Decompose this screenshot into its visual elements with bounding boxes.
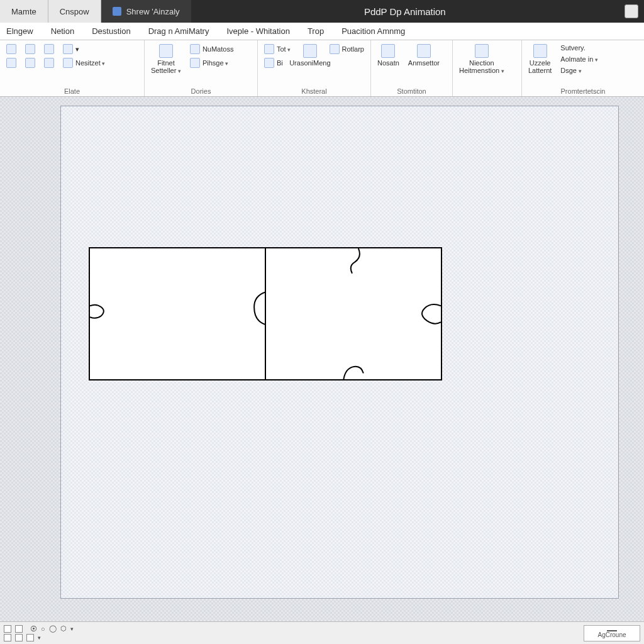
- ribbon-tab-2[interactable]: Destustion: [92, 26, 130, 36]
- puzzle-icon: [533, 44, 547, 58]
- list-icon: [63, 44, 73, 54]
- app-icon: [113, 7, 121, 16]
- status-icon-1[interactable]: [4, 625, 11, 633]
- page-icon: [190, 58, 200, 68]
- ribbon-tab-4[interactable]: Iveple - Whitation: [226, 26, 289, 36]
- gallery-3b[interactable]: [42, 57, 57, 69]
- ribbon-tab-3[interactable]: Drag n AmiMatry: [148, 26, 209, 36]
- page-icon: [44, 58, 54, 68]
- layout-icon: [25, 44, 35, 54]
- layout-icon: [25, 58, 35, 68]
- gallery-3[interactable]: [42, 43, 57, 55]
- gallery-1b[interactable]: [4, 57, 19, 69]
- puzzle-shape[interactable]: [89, 247, 442, 380]
- rotlarp-btn[interactable]: Rotlarp: [327, 43, 367, 55]
- layout-icon: [6, 44, 16, 54]
- puzzle-outline-icon: [90, 248, 441, 380]
- group-label-khsteral: Khsteral: [262, 86, 367, 95]
- gallery-2[interactable]: [23, 43, 38, 55]
- title-tab-1[interactable]: Mamte: [0, 0, 48, 23]
- bi-btn[interactable]: Bi: [262, 57, 293, 69]
- fit-btn[interactable]: Fitnet Setteller: [148, 43, 184, 75]
- status-panel[interactable]: AgCroune: [584, 625, 640, 641]
- title-tab-secondary[interactable]: Shrew 'Ainzaly: [101, 0, 191, 23]
- group-label-dories: Dories: [148, 86, 253, 95]
- bold-icon: [264, 58, 274, 68]
- status-icon-3[interactable]: [4, 634, 11, 641]
- page-canvas[interactable]: [60, 106, 619, 599]
- page-icon: [44, 44, 54, 54]
- aolmate-menu[interactable]: Aolmate in: [558, 54, 601, 64]
- gallery-4[interactable]: ▾: [60, 43, 108, 55]
- tot-menu[interactable]: Tot: [262, 43, 293, 55]
- ribbon-tabs: Elngew Netion Destustion Drag n AmiMatry…: [0, 23, 644, 40]
- text-icon: [264, 44, 274, 54]
- grid-icon: [159, 44, 173, 58]
- layout-icon: [6, 58, 16, 68]
- number-icon: [190, 44, 200, 54]
- statusbar: ⦿ ○ ◯ ⬡ ▾ ▾ AgCroune: [0, 621, 644, 644]
- niection-btn[interactable]: Niection Heitmenstion: [457, 43, 507, 75]
- inject-icon: [475, 44, 489, 58]
- group-label-stomtiton: Stomtiton: [375, 86, 448, 95]
- titlebar: Mamte Cnspow Shrew 'Ainzaly PddP Dp Anim…: [0, 0, 644, 23]
- status-icon-2[interactable]: [15, 625, 23, 633]
- gallery-1[interactable]: [4, 43, 19, 55]
- group-label-empty: [457, 94, 518, 95]
- status-icon-4[interactable]: [15, 634, 23, 641]
- wave-icon: [417, 44, 431, 58]
- nosatn-btn[interactable]: Nosatn: [375, 43, 402, 68]
- resize-menu[interactable]: Nesitzet: [60, 57, 108, 69]
- numatos-btn[interactable]: NuMatoss: [187, 43, 236, 55]
- pihsge-menu[interactable]: Pihsge: [187, 57, 236, 69]
- ribbon-tab-5[interactable]: Trop: [308, 26, 324, 36]
- motion-icon: [381, 44, 395, 58]
- rotate-icon: [330, 44, 340, 54]
- workspace[interactable]: [0, 97, 644, 621]
- gallery-2b[interactable]: [23, 57, 38, 69]
- table-icon: [303, 44, 317, 58]
- title-tab-2[interactable]: Cnspow: [48, 0, 101, 23]
- urason-btn[interactable]: UrasoniMeng: [297, 43, 323, 68]
- ribbon-tab-0[interactable]: Elngew: [6, 26, 33, 36]
- ribbon-tab-1[interactable]: Netion: [51, 26, 75, 36]
- group-label-elate: Elate: [4, 86, 140, 95]
- ribbon: ▾ Nesitzet Elate Fitnet Setteller NuMato…: [0, 40, 644, 97]
- group-label-prom: Promtertetscin: [526, 86, 640, 95]
- ribbon-tab-6[interactable]: Puacition Amnmg: [341, 26, 405, 36]
- status-icon-5[interactable]: [26, 634, 34, 641]
- satvery-btn[interactable]: Sutvery.: [558, 43, 601, 53]
- dsge-menu[interactable]: Dsge: [558, 65, 601, 75]
- settings-icon[interactable]: [625, 4, 638, 18]
- uzzele-btn[interactable]: Uzzele Latternt: [526, 43, 554, 75]
- window-title: PddP Dp Animation: [191, 6, 619, 17]
- anmsettor-btn[interactable]: Anmsettor: [406, 43, 442, 68]
- resize-icon: [63, 58, 73, 68]
